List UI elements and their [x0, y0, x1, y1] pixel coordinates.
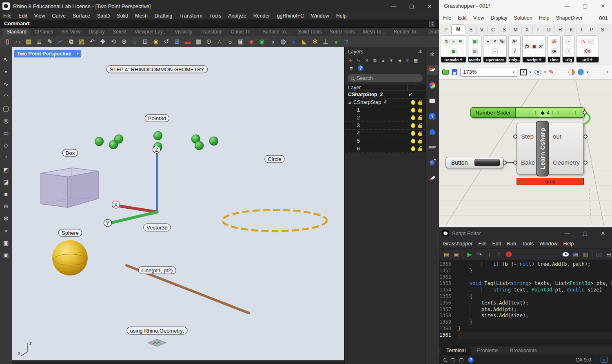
slider-output-nub[interactable]	[583, 110, 587, 115]
palette-icon[interactable]: ◷	[551, 49, 557, 54]
annotate-panel-tab[interactable]	[427, 173, 438, 183]
grasshopper-menu-help[interactable]: Help	[539, 15, 550, 21]
layers-menu-icon[interactable]: ≡	[348, 65, 355, 71]
cut-icon[interactable]: ✂	[55, 37, 65, 46]
bake-input-nub[interactable]	[513, 161, 517, 165]
palette-icon[interactable]: +	[485, 39, 491, 44]
rhino-tab-cplanes[interactable]: CPlanes	[31, 28, 57, 36]
gears-icon[interactable]: ✻	[310, 37, 320, 46]
code-line-1351[interactable]: 1351 }	[439, 268, 612, 274]
gh-tab-d[interactable]: D	[543, 26, 554, 34]
palette-group-label[interactable]: Operators	[483, 57, 506, 62]
point3d-sphere[interactable]	[95, 137, 104, 146]
grasshopper-menu-solution[interactable]: Solution	[514, 15, 532, 21]
layer-row-2[interactable]: 2	[345, 114, 426, 122]
step-input-nub[interactable]	[513, 135, 517, 139]
point3d-sphere[interactable]	[195, 141, 204, 150]
gh-tab-t[interactable]: T	[532, 26, 543, 34]
shaded-sphere-icon[interactable]: ◑	[268, 37, 277, 46]
rhino-tab-render-to[interactable]: Render To...	[390, 28, 424, 36]
new-sublayer-icon[interactable]: ↳	[355, 57, 362, 64]
input-step-label[interactable]: Step	[521, 133, 534, 140]
gh-tab-m[interactable]: M	[510, 26, 521, 34]
preview-eye-icon[interactable]	[562, 252, 569, 257]
layers-search-box[interactable]: Search	[348, 74, 423, 82]
command-history-spinner[interactable]: ▲▼	[429, 21, 435, 27]
arc-icon[interactable]: ◠	[2, 92, 11, 100]
script-editor-menu-tools[interactable]: Tools	[522, 241, 534, 247]
palette-icon[interactable]: 16	[551, 39, 557, 44]
osnap-toggle-icon[interactable]: ▣	[2, 238, 11, 247]
viewport-title-tab[interactable]: Two Point Perspective ▼	[14, 50, 81, 57]
palette-icon[interactable]: ▣	[532, 44, 537, 49]
palette-icon[interactable]: ∿	[581, 39, 587, 44]
step-over-icon[interactable]: ↷	[476, 251, 483, 258]
layer-row-4[interactable]: 4	[345, 130, 426, 137]
rhino-titlebar[interactable]: Rhino 8 Educational Lab License - [Two P…	[0, 0, 439, 12]
zoom-level-combo[interactable]: 173% ▾	[460, 68, 517, 77]
layer-row-5[interactable]: 5	[345, 137, 426, 145]
document-name-label[interactable]: 001	[599, 15, 608, 21]
grasshopper-minimize-button[interactable]: —	[558, 3, 576, 9]
rhino-menu-solid[interactable]: Solid	[117, 13, 128, 19]
palette-group-label[interactable]: Util✚	[577, 57, 599, 62]
undo-view-icon[interactable]: ↺	[162, 37, 171, 46]
palette-group-label[interactable]: Trig	[563, 57, 574, 62]
rhino-menu-analyze[interactable]: Analyze	[228, 13, 246, 19]
rhino-menu-curve[interactable]: Curve	[52, 13, 66, 19]
rhino-tab-display[interactable]: Display	[84, 28, 109, 36]
help-panel-tab[interactable]: ?	[427, 111, 438, 121]
layer-lock-icon[interactable]	[418, 117, 422, 120]
grasshopper-titlebar[interactable]: Grasshopper - 001* —▢✕	[439, 0, 612, 12]
palette-icon[interactable]: ⇅	[444, 39, 450, 44]
code-line-1350[interactable]: 1350 if (b != null) tree.Add(b, path);	[439, 261, 612, 268]
slider-grip[interactable]: ◆ 4	[537, 108, 553, 117]
palette-icon[interactable]: ◔	[565, 39, 571, 44]
save-file-icon[interactable]	[452, 69, 457, 75]
undo-icon[interactable]: ↶	[87, 37, 97, 46]
surface-from-points-icon[interactable]: ◩	[2, 165, 11, 174]
point3d-sphere[interactable]	[209, 137, 218, 146]
palette-icon[interactable]: ≍	[451, 39, 457, 44]
rhino-close-button[interactable]: ✕	[421, 3, 439, 9]
zoom-selected-icon[interactable]: ◉	[151, 37, 161, 46]
layer-visibility-icon[interactable]	[411, 115, 415, 120]
viewport[interactable]: Two Point Perspective ▼	[12, 47, 344, 360]
paste-icon[interactable]: ▨	[77, 37, 86, 46]
gh-tab-s[interactable]: S	[597, 26, 608, 34]
pan-icon[interactable]: ✥	[98, 37, 108, 46]
new-script-icon[interactable]: ▢	[450, 357, 455, 363]
layer-row-6[interactable]: 6	[345, 145, 426, 153]
palette-icon[interactable]: Cx	[584, 49, 591, 54]
gh-tab-i[interactable]: I	[577, 26, 585, 34]
rhino-tab-viewport-lay[interactable]: Viewport Lay...	[131, 28, 171, 36]
geometry-output-nub[interactable]	[583, 161, 588, 165]
script-editor-minimize-button[interactable]: —	[558, 230, 576, 236]
wireframe-sphere-icon[interactable]: ◍	[278, 37, 288, 46]
zoom-dynamic-icon[interactable]: ⊕	[119, 37, 129, 46]
preview-eye-icon[interactable]	[534, 70, 541, 75]
polygon-icon[interactable]: ◇	[2, 141, 11, 149]
layer-lock-icon[interactable]	[418, 101, 422, 105]
status-search-icon[interactable]	[443, 358, 446, 362]
gh-tab-p[interactable]: P	[586, 26, 597, 34]
grasshopper-canvas[interactable]: Number Slider ◆ 4 Step Bake out Geometry…	[439, 80, 612, 225]
ellipse-icon[interactable]: ◎	[2, 116, 11, 125]
button-component[interactable]: Button	[446, 157, 503, 168]
code-editor[interactable]: 1350 if (b != null) tree.Add(b, path);13…	[439, 260, 612, 346]
circle-center-icon[interactable]: ⊙	[204, 37, 214, 46]
save-icon[interactable]: ▤	[24, 37, 33, 46]
layer-visibility-icon[interactable]	[411, 139, 415, 143]
package-manager-tab[interactable]	[427, 158, 438, 168]
rotate-view-icon[interactable]: ⟲	[109, 37, 118, 46]
options-gear-icon[interactable]: ✻	[2, 214, 11, 223]
spotlight-icon[interactable]: ◣	[299, 37, 309, 46]
palette-icon[interactable]: ◔	[565, 49, 571, 54]
rhino-tab-visibility[interactable]: Visibility	[171, 28, 196, 36]
gh-tab-s[interactable]: S	[465, 26, 476, 34]
rhino-menu-view[interactable]: View	[34, 13, 45, 19]
fillet-curve-icon[interactable]: ◝	[2, 153, 11, 161]
rhino-maximize-button[interactable]: ▢	[403, 3, 421, 9]
open-file-icon[interactable]	[442, 70, 449, 75]
learn-panel-tab[interactable]	[427, 142, 438, 152]
